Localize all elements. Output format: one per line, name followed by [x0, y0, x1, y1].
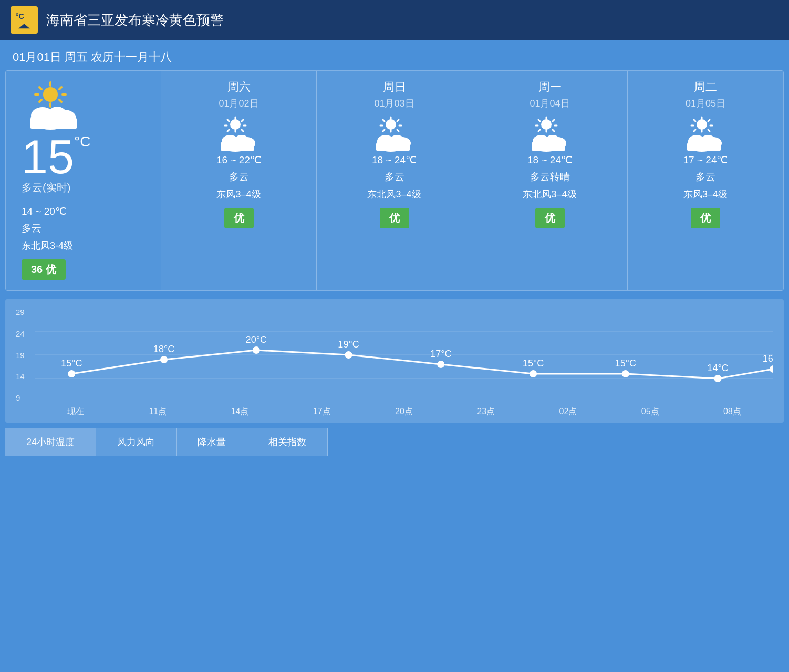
chart-section: 29 24 19 14 9 [5, 299, 784, 423]
svg-line-47 [553, 120, 554, 121]
svg-line-8 [39, 100, 41, 102]
svg-line-19 [242, 120, 243, 121]
today-aqi: 36 优 [22, 259, 66, 280]
forecast-temp-range-2: 18 ~ 24℃ [479, 154, 621, 166]
y-label-19: 19 [16, 351, 33, 360]
tab-indices[interactable]: 相关指数 [247, 428, 328, 456]
forecast-col-3: 周二 01月05日 [628, 71, 783, 290]
svg-line-32 [383, 120, 385, 121]
svg-text:20°C: 20°C [246, 334, 267, 345]
forecast-temp-range-0: 16 ~ 22℃ [168, 154, 310, 166]
svg-point-80 [346, 352, 352, 358]
x-label-7: 05点 [609, 406, 691, 417]
day-name-3: 周二 [634, 79, 777, 95]
date-bar: 01月01日 周五 农历十一月十八 [0, 40, 789, 70]
forecast-wind-0: 东风3–4级 [168, 188, 310, 201]
svg-line-33 [397, 120, 399, 121]
svg-text:15°C: 15°C [523, 358, 544, 369]
svg-rect-71 [687, 143, 721, 151]
x-label-5: 23点 [445, 406, 527, 417]
forecast-col-2: 周一 01月04日 [472, 71, 628, 290]
svg-point-81 [438, 361, 444, 368]
forecast-icon-1 [323, 116, 465, 154]
day-name-2: 周一 [479, 79, 621, 95]
svg-point-77 [68, 371, 75, 377]
forecast-icon-3 [634, 116, 777, 154]
forecast-wind-1: 东北风3–4级 [323, 188, 465, 201]
day-date-3: 01月05日 [634, 97, 777, 110]
svg-text:15°C: 15°C [61, 358, 82, 369]
y-label-14: 14 [16, 372, 33, 381]
x-label-8: 08点 [691, 406, 773, 417]
svg-line-22 [227, 130, 229, 131]
chart-y-labels: 29 24 19 14 9 [16, 308, 33, 402]
day-date-0: 01月02日 [168, 97, 310, 110]
today-temp-display: 15°C [22, 133, 150, 181]
svg-point-24 [230, 119, 241, 130]
svg-point-85 [770, 366, 773, 372]
svg-line-37 [397, 130, 399, 131]
forecast-weather-1: 多云 [323, 170, 465, 184]
temperature-warning-icon: °C [11, 6, 38, 34]
today-column: 15°C 多云(实时) 14 ~ 20℃ 多云 东北风3-4级 36 优 [6, 71, 161, 290]
svg-line-46 [538, 120, 540, 121]
x-label-6: 02点 [527, 406, 609, 417]
tab-wind[interactable]: 风力风向 [96, 428, 177, 456]
forecast-temp-range-1: 18 ~ 24℃ [323, 154, 465, 166]
svg-rect-15 [30, 118, 77, 129]
tab-24h-temp[interactable]: 24小时温度 [5, 428, 96, 456]
svg-line-36 [383, 130, 385, 131]
svg-line-65 [708, 130, 710, 131]
svg-point-84 [715, 375, 721, 382]
x-label-0: 现在 [35, 406, 117, 417]
x-label-3: 17点 [281, 406, 363, 417]
x-label-4: 20点 [363, 406, 445, 417]
svg-line-60 [694, 120, 695, 121]
svg-line-5 [59, 87, 61, 89]
svg-marker-1 [18, 24, 30, 28]
svg-rect-57 [532, 143, 565, 151]
date-text: 01月01日 周五 农历十一月十八 [13, 50, 172, 64]
day-name-0: 周六 [168, 79, 310, 95]
svg-point-38 [386, 119, 396, 130]
svg-line-50 [538, 130, 540, 131]
svg-point-83 [622, 371, 629, 377]
forecast-wind-2: 东北风3–4级 [479, 188, 621, 201]
forecast-aqi-0: 优 [224, 208, 254, 228]
forecast-col-0: 周六 01月02日 [161, 71, 317, 290]
y-label-9: 9 [16, 393, 33, 402]
forecast-icon-0 [168, 116, 310, 154]
svg-point-79 [253, 347, 259, 353]
forecast-temp-range-3: 17 ~ 24℃ [634, 154, 777, 166]
today-temp: 15 [22, 133, 74, 181]
svg-rect-43 [376, 143, 410, 151]
forecast-aqi-1: 优 [380, 208, 409, 228]
today-temp-unit: °C [74, 133, 90, 150]
today-weather-icon [22, 81, 150, 133]
svg-text:14°C: 14°C [707, 363, 728, 373]
svg-line-51 [553, 130, 554, 131]
svg-point-82 [530, 371, 536, 377]
svg-text:18°C: 18°C [153, 344, 174, 354]
svg-text:15°C: 15°C [615, 358, 636, 369]
forecast-wind-3: 东风3–4级 [634, 188, 777, 201]
tab-precipitation[interactable]: 降水量 [177, 428, 247, 456]
day-date-1: 01月03日 [323, 97, 465, 110]
svg-line-18 [227, 120, 229, 121]
chart-svg: 15°C 18°C 20°C 19°C 17°C 15°C 15°C 14°C … [35, 308, 773, 402]
day-date-2: 01月04日 [479, 97, 621, 110]
svg-point-78 [161, 356, 167, 363]
svg-line-23 [242, 130, 243, 131]
day-name-1: 周日 [323, 79, 465, 95]
weather-grid: 15°C 多云(实时) 14 ~ 20℃ 多云 东北风3-4级 36 优 周六 … [5, 70, 784, 291]
chart-tabs: 24小时温度 风力风向 降水量 相关指数 [5, 428, 784, 456]
svg-point-66 [697, 119, 707, 130]
y-label-29: 29 [16, 308, 33, 317]
chart-x-labels: 现在 11点 14点 17点 20点 23点 02点 05点 08点 [35, 402, 773, 423]
header: °C 海南省三亚发布寒冷黄色预警 [0, 0, 789, 40]
forecast-col-1: 周日 01月03日 [317, 71, 472, 290]
forecast-weather-2: 多云转晴 [479, 170, 621, 184]
header-title: 海南省三亚发布寒冷黄色预警 [46, 11, 224, 29]
svg-text:19°C: 19°C [338, 339, 359, 350]
y-label-24: 24 [16, 329, 33, 338]
